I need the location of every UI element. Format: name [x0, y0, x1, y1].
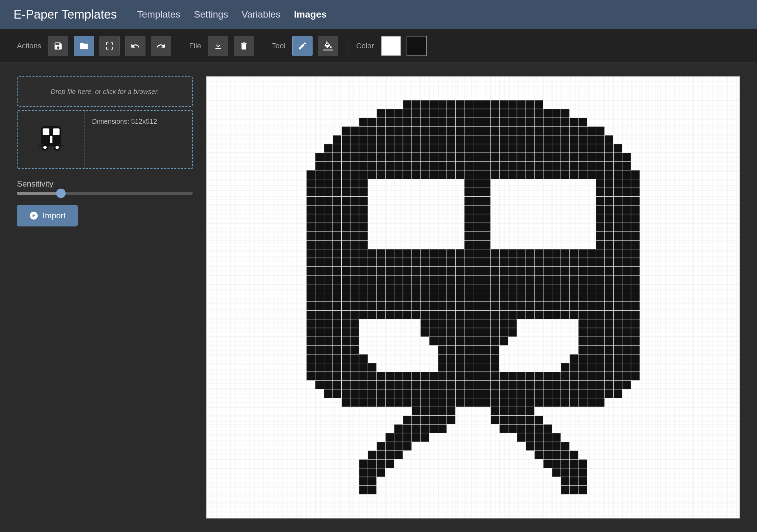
canvas-area[interactable] [206, 76, 740, 518]
pencil-icon [298, 41, 307, 51]
actions-label: Actions [17, 42, 41, 50]
image-info-row: Dimensions: 512x512 [17, 110, 193, 169]
file-label: File [189, 42, 201, 50]
fill-icon [323, 41, 333, 51]
svg-rect-2 [53, 128, 60, 135]
sensitivity-slider[interactable] [17, 192, 193, 195]
svg-rect-1 [43, 128, 49, 135]
color-label: Color [356, 42, 374, 50]
import-icon [29, 211, 39, 220]
sensitivity-thumb[interactable] [56, 189, 66, 198]
image-preview [18, 111, 85, 168]
nav-images[interactable]: Images [294, 9, 327, 20]
trash-icon [239, 41, 249, 51]
nav-settings[interactable]: Settings [194, 9, 228, 20]
separator-2 [263, 38, 263, 54]
nav-templates[interactable]: Templates [137, 9, 181, 20]
download-icon [213, 41, 223, 51]
redo-icon [156, 41, 166, 51]
separator-1 [180, 38, 180, 54]
drop-zone-text: Drop file here, or click for a browser. [51, 88, 159, 96]
color-black-swatch[interactable] [407, 36, 427, 56]
undo-button[interactable] [125, 36, 145, 56]
dimensions-text: Dimensions: 512x512 [92, 118, 157, 125]
pixel-canvas[interactable] [207, 77, 739, 518]
sensitivity-section: Sensitivity Import [17, 179, 193, 226]
sensitivity-fill [17, 192, 61, 195]
pencil-tool-button[interactable] [292, 36, 313, 56]
save-icon [53, 41, 63, 51]
fill-tool-button[interactable] [318, 36, 338, 56]
toolbar: Actions File [0, 29, 757, 63]
train-preview-icon [38, 124, 65, 155]
fullscreen-button[interactable] [99, 36, 120, 56]
save-button[interactable] [48, 36, 68, 56]
fullscreen-icon [105, 41, 114, 51]
nav-variables[interactable]: Variables [242, 9, 280, 20]
open-button[interactable] [74, 36, 94, 56]
image-meta: Dimensions: 512x512 [85, 111, 192, 168]
undo-icon [131, 41, 140, 51]
svg-rect-8 [39, 145, 63, 146]
drop-zone[interactable]: Drop file here, or click for a browser. [17, 76, 193, 107]
tool-label: Tool [272, 42, 285, 50]
color-white-swatch[interactable] [381, 36, 401, 56]
download-button[interactable] [208, 36, 228, 56]
svg-rect-3 [50, 136, 52, 143]
sensitivity-label: Sensitivity [17, 179, 193, 189]
redo-button[interactable] [151, 36, 171, 56]
separator-3 [347, 38, 347, 54]
import-button[interactable]: Import [17, 205, 78, 226]
left-panel: Drop file here, or click for a browser. [17, 76, 193, 518]
folder-icon [79, 41, 89, 51]
header: E-Paper Templates Templates Settings Var… [0, 0, 757, 29]
app-title: E-Paper Templates [14, 7, 117, 22]
import-label: Import [43, 211, 66, 220]
main-content: Drop file here, or click for a browser. [0, 63, 757, 532]
delete-button[interactable] [234, 36, 254, 56]
main-nav: Templates Settings Variables Images [137, 9, 327, 20]
